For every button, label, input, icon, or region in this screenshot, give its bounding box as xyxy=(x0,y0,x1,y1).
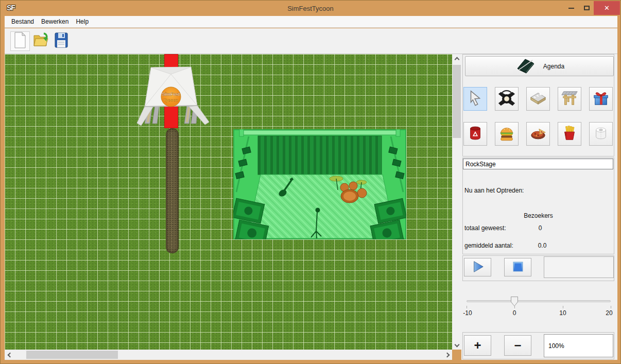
speed-slider-thumb[interactable] xyxy=(511,297,518,306)
vertical-scrollbar[interactable] xyxy=(452,54,461,350)
save-button[interactable] xyxy=(51,31,71,51)
chevron-right-icon xyxy=(444,352,450,357)
transport-placeholder-button[interactable] xyxy=(544,256,614,278)
trash-bin-tool-button[interactable] xyxy=(463,122,487,146)
menu-item-bewerken[interactable]: Bewerken xyxy=(38,16,72,27)
slider-label-max: 20 xyxy=(606,309,612,317)
minimize-icon xyxy=(568,8,574,9)
close-icon: ✕ xyxy=(604,4,610,12)
save-icon xyxy=(53,31,70,51)
chevron-down-icon xyxy=(454,342,459,347)
pizza-stand-tool-button[interactable] xyxy=(526,122,550,146)
tent-logo-text-2: Tycoon xyxy=(164,98,178,102)
new-file-icon xyxy=(12,31,28,51)
fries-stand-tool-button[interactable] xyxy=(558,122,581,146)
entrance-gate-tool-button[interactable] xyxy=(558,87,581,111)
menubar: Bestand Bewerken Help xyxy=(5,16,617,28)
road-tile-icon xyxy=(529,90,547,109)
gift-shop-tool-button[interactable] xyxy=(589,87,613,111)
zoom-level-input[interactable] xyxy=(544,334,613,357)
agenda-button-label: Agenda xyxy=(543,63,564,70)
now-performing-label: Nu aan het Optreden: xyxy=(464,187,524,194)
slider-tick xyxy=(611,306,611,308)
gate-icon xyxy=(561,90,578,109)
hamburger-icon xyxy=(498,125,515,144)
slider-tick xyxy=(514,306,515,308)
stop-icon xyxy=(512,261,524,274)
festival-map-canvas[interactable]: SimFest Tycoon xyxy=(5,54,452,350)
burger-stand-tool-button[interactable] xyxy=(495,122,519,146)
play-icon xyxy=(471,260,485,275)
stop-button[interactable] xyxy=(504,258,531,276)
menu-item-bestand[interactable]: Bestand xyxy=(8,16,38,27)
play-button[interactable] xyxy=(464,258,491,276)
spotlight-icon xyxy=(498,90,515,109)
pizza-icon xyxy=(529,125,547,144)
tent-logo xyxy=(161,87,181,107)
entrance-tent[interactable]: SimFest Tycoon xyxy=(135,65,211,128)
select-tool-button[interactable] xyxy=(463,87,487,111)
visitors-average-label: gemiddeld aantal: xyxy=(464,242,513,249)
menu-item-help[interactable]: Help xyxy=(72,16,92,27)
gift-box-icon xyxy=(592,90,610,109)
tent-logo-text-1: SimFest xyxy=(162,92,180,97)
stage-light-tool-button[interactable] xyxy=(495,87,519,111)
stage-properties-groupbox xyxy=(462,158,614,254)
zoom-out-button[interactable]: − xyxy=(504,335,531,356)
visitors-total-value: 0 xyxy=(532,224,548,232)
cursor-icon xyxy=(467,90,484,109)
slider-tick xyxy=(467,306,467,308)
titlebar: SF SimFestTycoon ✕ xyxy=(1,1,620,16)
toilet-tool-button[interactable] xyxy=(589,122,613,146)
chevron-left-icon xyxy=(7,352,12,357)
road-tool-button[interactable] xyxy=(526,87,550,111)
slider-tick xyxy=(563,306,563,308)
slider-label-min: -10 xyxy=(463,309,472,317)
visitors-average-value: 0.0 xyxy=(533,242,551,249)
speed-slider-track[interactable] xyxy=(467,300,611,302)
toolbar xyxy=(5,28,617,54)
vertical-scroll-thumb[interactable] xyxy=(453,65,461,138)
slider-label-zero: 0 xyxy=(513,309,516,317)
maximize-icon xyxy=(584,6,590,10)
agenda-button[interactable]: Agenda xyxy=(465,56,614,76)
horizontal-scroll-thumb[interactable] xyxy=(26,351,118,359)
chevron-up-icon xyxy=(454,57,459,62)
sidebar: Agenda xyxy=(461,54,617,360)
agenda-book-icon xyxy=(514,57,536,75)
scroll-left-button[interactable] xyxy=(5,350,13,360)
close-button[interactable]: ✕ xyxy=(594,1,620,15)
window-title: SimFestTycoon xyxy=(1,5,620,12)
open-file-button[interactable] xyxy=(31,31,50,51)
fries-icon xyxy=(561,125,578,144)
scroll-down-button[interactable] xyxy=(452,341,461,350)
new-file-button[interactable] xyxy=(10,31,30,51)
rock-stage-selected[interactable] xyxy=(233,129,406,239)
maximize-button[interactable] xyxy=(579,1,594,15)
horizontal-scrollbar[interactable] xyxy=(5,350,452,360)
dirt-path[interactable] xyxy=(166,128,179,253)
slider-label-ten: 10 xyxy=(559,309,566,317)
minimize-button[interactable] xyxy=(563,1,579,15)
app-window: SF SimFestTycoon ✕ Bestand Bewerken Help xyxy=(0,0,621,364)
stage-name-input[interactable] xyxy=(463,159,613,169)
scroll-right-button[interactable] xyxy=(443,350,452,360)
scroll-up-button[interactable] xyxy=(452,54,461,63)
zoom-in-button[interactable]: + xyxy=(464,335,491,356)
speed-slider-thumb-face xyxy=(511,297,518,306)
open-folder-icon xyxy=(32,31,49,51)
toilet-roll-icon xyxy=(592,125,610,144)
visitors-header: Bezoekers xyxy=(461,212,615,219)
visitors-total-label: totaal geweest: xyxy=(464,224,506,232)
trash-bin-icon xyxy=(467,125,484,144)
